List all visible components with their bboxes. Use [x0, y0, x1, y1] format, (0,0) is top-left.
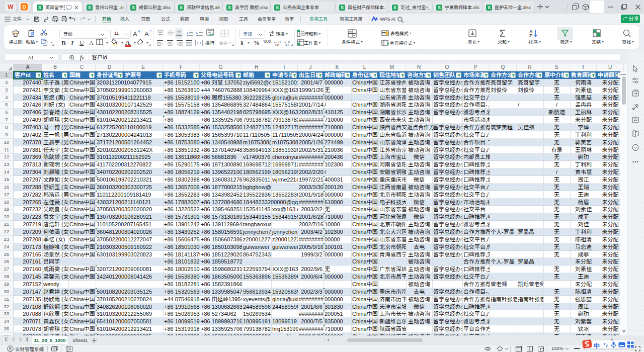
svg-text:A: A	[144, 30, 149, 37]
svg-text:Z: Z	[529, 33, 532, 38]
svg-text:.00: .00	[274, 43, 279, 46]
svg-text:?: ?	[634, 146, 637, 150]
svg-text:W: W	[8, 4, 14, 11]
svg-text:A: A	[133, 30, 137, 37]
svg-text:.00: .00	[284, 43, 289, 46]
svg-text:D: D	[22, 5, 26, 10]
